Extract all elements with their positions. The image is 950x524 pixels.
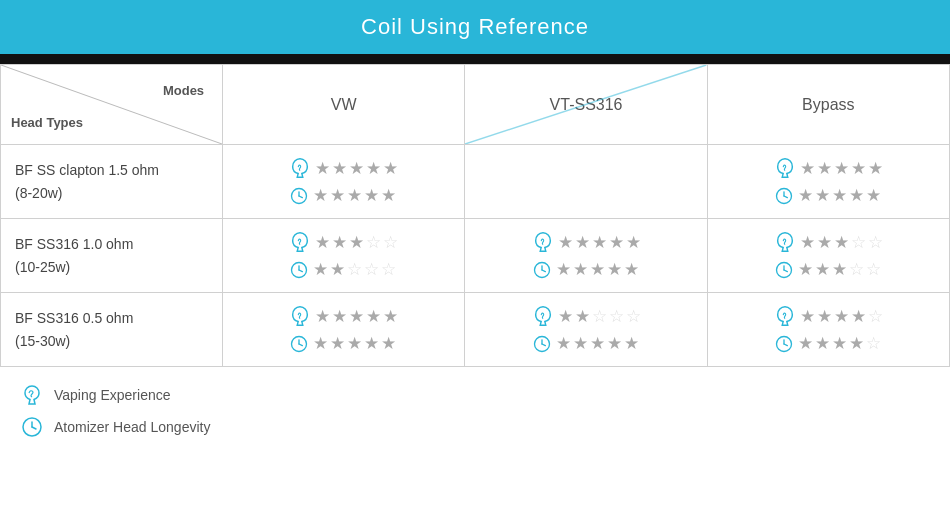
corner-cell: Modes Head Types: [1, 65, 223, 145]
col-bypass-header: Bypass: [707, 65, 949, 145]
svg-line-28: [32, 427, 36, 429]
cell-vw: ★★★★★ ★★★★★: [223, 145, 465, 219]
clock-icon: [774, 186, 794, 206]
cell-content: ★★★★★ ★★★★★: [774, 157, 883, 206]
vape-legend-icon: [20, 383, 44, 407]
vape-icon: [774, 231, 796, 253]
clock-row: ★★★★☆: [774, 333, 881, 354]
row-label: BF SS316 1.0 ohm(10-25w): [1, 219, 223, 293]
col-vt-header: VT-SS316: [465, 65, 707, 145]
row-label: BF SS316 0.5 ohm(15-30w): [1, 293, 223, 367]
vape-icon: [774, 157, 796, 179]
cell-content: ★★★★☆ ★★★★☆: [774, 305, 883, 354]
svg-line-19: [299, 344, 302, 346]
svg-line-7: [784, 196, 787, 198]
title-bar: Coil Using Reference: [0, 0, 950, 54]
table-row: BF SS316 1.0 ohm(10-25w) ★★★☆☆ ★★☆☆☆ ★★★…: [1, 219, 950, 293]
legend-vape: Vaping Experience: [20, 383, 930, 407]
clock-icon: [774, 260, 794, 280]
cell-vt: [465, 145, 707, 219]
vape-icon: [532, 305, 554, 327]
cell-content: ★★★★★ ★★★★★: [532, 231, 641, 280]
cell-content: ★★★★★ ★★★★★: [289, 157, 398, 206]
vape-icon: [289, 305, 311, 327]
row-label: BF SS clapton 1.5 ohm(8-20w): [1, 145, 223, 219]
legend-clock: Atomizer Head Longevity: [20, 415, 930, 439]
clock-icon: [289, 186, 309, 206]
cell-bypass: ★★★☆☆ ★★★☆☆: [707, 219, 949, 293]
vape-row: ★★★☆☆: [289, 231, 398, 253]
main-card: Coil Using Reference Modes Head Types VW: [0, 0, 950, 524]
clock-icon: [532, 260, 552, 280]
reference-table: Modes Head Types VW VT-SS316 Bypass: [0, 64, 950, 367]
clock-row: ★★★★★: [774, 185, 881, 206]
vape-row: ★★★★★: [774, 157, 883, 179]
clock-row: ★★☆☆☆: [289, 259, 396, 280]
cell-vw: ★★★★★ ★★★★★: [223, 293, 465, 367]
col-vw-header: VW: [223, 65, 465, 145]
svg-line-4: [299, 196, 302, 198]
clock-icon: [774, 334, 794, 354]
clock-row: ★★★☆☆: [774, 259, 881, 280]
cell-bypass: ★★★★★ ★★★★★: [707, 145, 949, 219]
vape-icon: [532, 231, 554, 253]
clock-icon: [289, 260, 309, 280]
clock-icon: [289, 334, 309, 354]
vape-row: ★★★★★: [289, 305, 398, 327]
vape-row: ★★★★★: [532, 231, 641, 253]
clock-row: ★★★★★: [532, 259, 639, 280]
page-title: Coil Using Reference: [361, 14, 589, 39]
cell-bypass: ★★★★☆ ★★★★☆: [707, 293, 949, 367]
svg-line-22: [542, 344, 545, 346]
black-bar: [0, 54, 950, 64]
table-row: BF SS clapton 1.5 ohm(8-20w) ★★★★★ ★★★★★…: [1, 145, 950, 219]
clock-row: ★★★★★: [289, 185, 396, 206]
vape-row: ★★★★★: [289, 157, 398, 179]
legend-vape-label: Vaping Experience: [54, 387, 170, 403]
cell-vt: ★★★★★ ★★★★★: [465, 219, 707, 293]
cell-content: ★★★☆☆ ★★☆☆☆: [289, 231, 398, 280]
svg-line-10: [299, 270, 302, 272]
vape-icon: [774, 305, 796, 327]
head-types-label: Head Types: [11, 115, 83, 130]
svg-line-13: [542, 270, 545, 272]
cell-vw: ★★★☆☆ ★★☆☆☆: [223, 219, 465, 293]
vape-row: ★★★★☆: [774, 305, 883, 327]
cell-vt: ★★☆☆☆ ★★★★★: [465, 293, 707, 367]
cell-content: ★★☆☆☆ ★★★★★: [532, 305, 641, 354]
cell-content: ★★★☆☆ ★★★☆☆: [774, 231, 883, 280]
clock-row: ★★★★★: [532, 333, 639, 354]
vape-row: ★★☆☆☆: [532, 305, 641, 327]
svg-line-0: [1, 65, 222, 144]
table-row: BF SS316 0.5 ohm(15-30w) ★★★★★ ★★★★★ ★★☆…: [1, 293, 950, 367]
clock-icon: [532, 334, 552, 354]
legend-section: Vaping Experience Atomizer Head Longevit…: [0, 367, 950, 455]
legend-clock-label: Atomizer Head Longevity: [54, 419, 210, 435]
svg-line-16: [784, 270, 787, 272]
vape-row: ★★★☆☆: [774, 231, 883, 253]
clock-legend-icon: [20, 415, 44, 439]
clock-row: ★★★★★: [289, 333, 396, 354]
cell-content: ★★★★★ ★★★★★: [289, 305, 398, 354]
vape-icon: [289, 231, 311, 253]
modes-label: Modes: [163, 83, 204, 98]
vape-icon: [289, 157, 311, 179]
svg-line-25: [784, 344, 787, 346]
